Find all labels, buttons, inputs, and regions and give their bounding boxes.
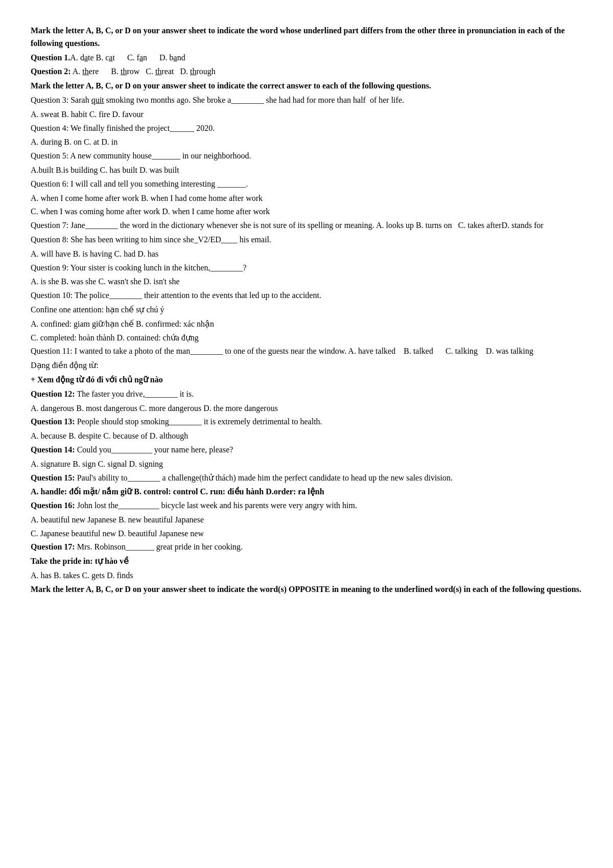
q14-opts: A. signature B. sign C. signal D. signin… [31, 458, 582, 471]
q17-note: Take the pride in: tự hào về [31, 555, 582, 568]
q9-opts: A. is she B. was she C. wasn't she D. is… [31, 276, 582, 288]
q14-label: Question 14: [31, 445, 75, 454]
q8-text: Question 8: She has been writing to him … [31, 234, 582, 246]
q10-note: Confine one attention: hạn chế sự chú ý [31, 304, 582, 316]
q11-note: Dạng điền động từ: [31, 359, 582, 372]
q12-label: Question 12: [31, 390, 75, 398]
q10-optC: C. completed: hoàn thành D. contained: c… [31, 332, 582, 345]
q16-optA: A. beautiful new Japanese B. new beautif… [31, 514, 582, 527]
q17-text: Mrs. Robinson_______ great pride in her … [75, 542, 243, 551]
q3-text: Question 3: Sarah quit smoking two month… [31, 94, 582, 107]
q11-note2: + Xem động từ đó đi với chủ ngữ nào [31, 374, 582, 386]
q2-line: Question 2: A. there B. throw C. threat … [31, 65, 582, 78]
q12-opts: A. dangerous B. most dangerous C. more d… [31, 402, 582, 415]
q10-optA: A. confined: giam giữ/hạn chế B. confirm… [31, 318, 582, 331]
q15-line: Question 15: Paul's ability to________ a… [31, 472, 582, 485]
q11-text: Question 11: I wanted to take a photo of… [31, 345, 582, 358]
q12-line: Question 12: The faster you drive,______… [31, 388, 582, 401]
q1-a: A. date B. cat C. fan D. band [70, 53, 185, 62]
q14-text: Could you__________ your name here, plea… [75, 445, 233, 454]
q17-opts: A. has B. takes C. gets D. finds [31, 569, 582, 582]
q17-line: Question 17: Mrs. Robinson_______ great … [31, 541, 582, 554]
q16-text: John lost the__________ bicycle last wee… [75, 501, 357, 510]
q3-opts: A. sweat B. habit C. fire D. favour [31, 108, 582, 121]
q16-optC: C. Japanese beautiful new D. beautiful J… [31, 528, 582, 540]
q1-line: Question 1.A. date B. cat C. fan D. band [31, 52, 582, 64]
outro-text: Mark the letter A, B, C, or D on your an… [31, 583, 582, 596]
q16-label: Question 16: [31, 501, 75, 510]
q5-text: Question 5: A new community house_______… [31, 150, 582, 163]
q8-opts: A. will have B. is having C. had D. has [31, 248, 582, 261]
q2-label: Question 2: [31, 67, 71, 76]
q14-line: Question 14: Could you__________ your na… [31, 444, 582, 456]
q4-opts: A. during B. on C. at D. in [31, 136, 582, 149]
q5-opts: A.built B.is building C. has built D. wa… [31, 164, 582, 177]
q10-text: Question 10: The police________ their at… [31, 289, 582, 302]
q13-text: People should stop smoking________ it is… [75, 417, 322, 426]
q12-text: The faster you drive,________ it is. [75, 390, 194, 398]
intro-text: Mark the letter A, B, C, or D on your an… [31, 25, 582, 50]
q4-text: Question 4: We finally finished the proj… [31, 122, 582, 135]
q15-label: Question 15: [31, 473, 75, 482]
q16-line: Question 16: John lost the__________ bic… [31, 499, 582, 512]
q6-optA: A. when I come home after work B. when I… [31, 192, 582, 205]
intro2-text: Mark the letter A, B, C, or D on your an… [31, 80, 582, 93]
q13-line: Question 13: People should stop smoking_… [31, 416, 582, 428]
q1-label: Question 1. [31, 53, 70, 62]
q15-text: Paul's ability to________ a challenge(th… [75, 473, 453, 482]
main-content: Mark the letter A, B, C, or D on your an… [31, 25, 582, 596]
q9-text: Question 9: Your sister is cooking lunch… [31, 262, 582, 275]
q15-opts: A. handle: đối mặt/ nắm giữ B. control: … [31, 486, 582, 498]
q6-text: Question 6: I will call and tell you som… [31, 178, 582, 191]
q6-optC: C. when I was coming home after work D. … [31, 205, 582, 218]
q13-opts: A. because B. despite C. because of D. a… [31, 430, 582, 443]
q13-label: Question 13: [31, 417, 75, 426]
q7-text: Question 7: Jane________ the word in the… [31, 219, 582, 232]
q17-label: Question 17: [31, 542, 75, 551]
